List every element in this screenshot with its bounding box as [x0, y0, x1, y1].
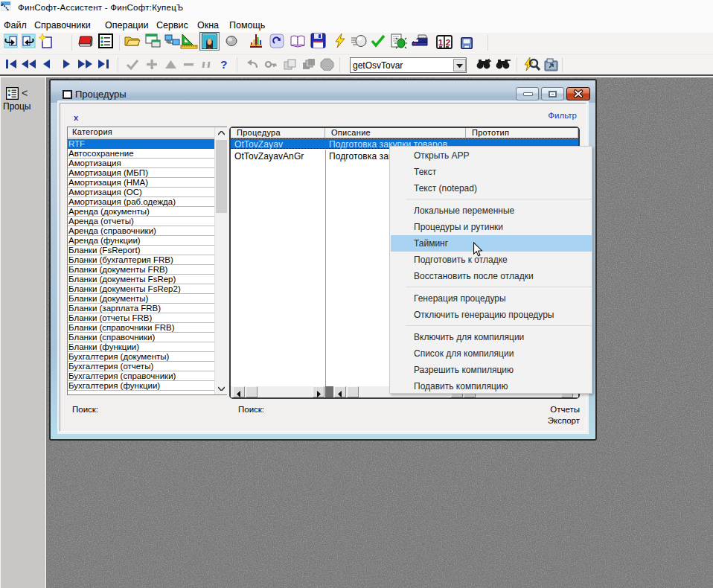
- svg-text:2: 2: [446, 38, 450, 47]
- svg-text:?: ?: [220, 58, 227, 71]
- svg-text:1: 1: [438, 38, 444, 47]
